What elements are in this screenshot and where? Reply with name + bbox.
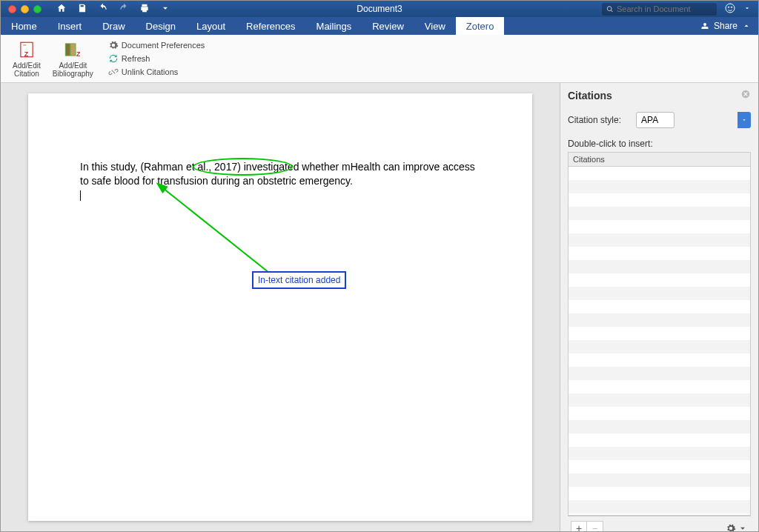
svg-point-1 <box>728 7 729 7</box>
tab-insert[interactable]: Insert <box>47 17 93 35</box>
panel-settings-button[interactable] <box>726 523 748 532</box>
unlink-icon <box>108 67 119 77</box>
annotation-callout: In-text citation added <box>252 271 346 289</box>
tab-home[interactable]: Home <box>1 17 47 35</box>
document-paragraph[interactable]: In this study, (Rahman et al., 2017) inv… <box>80 160 480 188</box>
add-edit-bibliography-button[interactable]: Z Add/Edit Bibliography <box>47 38 99 79</box>
zoom-window-button[interactable] <box>33 5 42 13</box>
minimize-window-button[interactable] <box>21 5 29 13</box>
tab-view[interactable]: View <box>414 17 456 35</box>
tab-zotero[interactable]: Zotero <box>456 17 505 35</box>
document-area[interactable]: In this study, (Rahman et al., 2017) inv… <box>1 83 560 531</box>
panel-title: Citations <box>568 90 612 102</box>
close-panel-button[interactable] <box>740 89 751 102</box>
titlebar: Document3 <box>1 1 758 17</box>
svg-point-0 <box>726 4 735 13</box>
bibliography-icon: Z <box>62 39 83 60</box>
remove-citation-button[interactable]: − <box>587 521 603 532</box>
refresh-button[interactable]: Refresh <box>105 53 208 64</box>
unlink-citations-button[interactable]: Unlink Citations <box>105 66 208 78</box>
insert-hint: Double-click to insert: <box>568 139 751 149</box>
citation-icon: “”Z <box>16 39 37 60</box>
save-icon[interactable] <box>77 3 87 15</box>
refresh-icon <box>108 53 119 64</box>
tab-design[interactable]: Design <box>136 17 186 35</box>
share-icon <box>700 21 709 30</box>
add-edit-citation-button[interactable]: “”Z Add/Edit Citation <box>7 38 47 79</box>
document-page[interactable]: In this study, (Rahman et al., 2017) inv… <box>28 93 532 521</box>
gear-icon <box>108 40 119 50</box>
redo-icon[interactable] <box>119 3 129 15</box>
unlink-label: Unlink Citations <box>122 67 178 76</box>
share-button[interactable]: Share <box>714 21 738 31</box>
svg-rect-7 <box>71 44 76 56</box>
feedback-icon[interactable] <box>724 2 736 16</box>
search-input[interactable] <box>617 4 712 13</box>
doc-prefs-label: Document Preferences <box>122 41 205 50</box>
add-edit-bibliography-label: Add/Edit Bibliography <box>53 61 93 78</box>
document-preferences-button[interactable]: Document Preferences <box>105 39 208 51</box>
search-icon <box>606 5 614 13</box>
search-box[interactable] <box>602 3 717 16</box>
tab-mailings[interactable]: Mailings <box>306 17 362 35</box>
citations-list[interactable] <box>569 167 750 515</box>
close-icon <box>740 89 751 99</box>
chevron-down-icon <box>738 523 748 532</box>
close-window-button[interactable] <box>8 5 16 13</box>
home-icon[interactable] <box>56 3 67 15</box>
collapse-ribbon-icon[interactable] <box>742 21 751 30</box>
print-icon[interactable] <box>139 3 150 15</box>
workspace: In this study, (Rahman et al., 2017) inv… <box>1 83 758 531</box>
tab-layout[interactable]: Layout <box>186 17 236 35</box>
citations-table[interactable]: Citations <box>568 152 751 516</box>
citations-panel: Citations Citation style: APA Double-cli… <box>560 83 758 531</box>
ribbon: “”Z Add/Edit Citation Z Add/Edit Bibliog… <box>1 35 758 83</box>
add-citation-button[interactable]: + <box>571 521 587 532</box>
text-before: In this study, <box>80 161 140 173</box>
citations-column-header[interactable]: Citations <box>569 153 750 167</box>
text-cursor <box>80 190 81 201</box>
tab-draw[interactable]: Draw <box>92 17 135 35</box>
citation-style-select[interactable]: APA <box>636 112 675 128</box>
tab-references[interactable]: References <box>236 17 305 35</box>
svg-point-2 <box>731 7 732 7</box>
svg-text:Z: Z <box>76 50 81 58</box>
citation-style-label: Citation style: <box>568 115 621 125</box>
chevron-down-icon <box>738 112 751 128</box>
chevron-down-icon[interactable] <box>743 4 751 13</box>
svg-text:Z: Z <box>24 50 29 58</box>
ribbon-tabs: Home Insert Draw Design Layout Reference… <box>1 17 758 35</box>
add-edit-citation-label: Add/Edit Citation <box>13 61 41 78</box>
window-controls <box>1 5 49 13</box>
refresh-label: Refresh <box>122 54 150 63</box>
document-title: Document3 <box>357 4 402 14</box>
undo-icon[interactable] <box>98 3 108 15</box>
svg-rect-6 <box>66 44 71 56</box>
svg-text:“”: “” <box>23 44 26 49</box>
in-text-citation[interactable]: (Rahman et al., 2017) <box>140 161 240 173</box>
tab-review[interactable]: Review <box>362 17 414 35</box>
chevron-down-icon[interactable] <box>160 3 170 15</box>
gear-icon <box>726 523 736 532</box>
